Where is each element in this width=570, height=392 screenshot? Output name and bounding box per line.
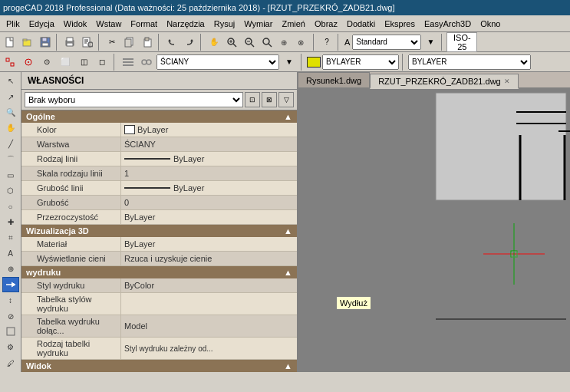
canvas-area[interactable]: Wydłuż bbox=[298, 89, 570, 372]
panel-title: WŁASNOŚCI bbox=[21, 72, 297, 90]
sep2 bbox=[98, 34, 101, 51]
prop-value-tabelka bbox=[121, 293, 297, 315]
sep8 bbox=[114, 54, 117, 71]
tool15[interactable]: 🖊 bbox=[2, 356, 19, 371]
section-wydruku[interactable]: wydruku ▲ bbox=[21, 266, 297, 278]
tool4[interactable]: ⬡ bbox=[2, 183, 19, 198]
pan-button[interactable]: ✋ bbox=[206, 34, 222, 51]
menu-zmien[interactable]: Zmień bbox=[277, 18, 310, 30]
paste-button[interactable] bbox=[139, 34, 156, 51]
prop-value-material: ByLayer bbox=[121, 237, 297, 251]
menu-ekspres[interactable]: Ekspres bbox=[380, 18, 420, 30]
layer-select[interactable]: ŚCIANY bbox=[157, 54, 279, 70]
tool1[interactable]: ╱ bbox=[2, 137, 19, 151]
menu-plik[interactable]: Plik bbox=[2, 18, 25, 30]
tool6[interactable]: ✚ bbox=[2, 215, 19, 229]
menu-dodatki[interactable]: Dodatki bbox=[342, 18, 380, 30]
menu-wstaw[interactable]: Wstaw bbox=[91, 18, 126, 30]
snap-btn2[interactable] bbox=[20, 54, 37, 71]
text-style-btn[interactable]: ▼ bbox=[422, 34, 439, 51]
tool14[interactable]: ⚙ bbox=[2, 340, 19, 354]
print-button[interactable] bbox=[61, 34, 78, 51]
sep10 bbox=[402, 54, 405, 71]
prop-row-tabelka: Tabelka stylów wydruku bbox=[21, 293, 297, 315]
undo-button[interactable] bbox=[163, 34, 180, 51]
menu-rysuj[interactable]: Rysuj bbox=[209, 18, 240, 30]
tool3[interactable]: ▭ bbox=[2, 168, 19, 183]
tool7[interactable]: ⌗ bbox=[2, 230, 19, 245]
snap-btn5[interactable]: ◫ bbox=[75, 54, 92, 71]
tool5[interactable]: ○ bbox=[2, 199, 19, 213]
selector-btn3[interactable]: ▽ bbox=[278, 92, 294, 107]
layer-manager-btn[interactable] bbox=[120, 54, 137, 71]
zoom-prev-button[interactable]: ⊗ bbox=[294, 34, 311, 51]
tab-rysunek1[interactable]: Rysunek1.dwg bbox=[298, 72, 370, 87]
svg-rect-7 bbox=[67, 38, 73, 41]
snap-btn3[interactable]: ⊙ bbox=[38, 54, 55, 71]
tool12[interactable]: ⊘ bbox=[2, 308, 19, 323]
menu-narzedzia[interactable]: Narzędzia bbox=[162, 18, 209, 30]
section-ogolne[interactable]: Ogólne ▲ bbox=[21, 110, 297, 123]
extend-btn[interactable] bbox=[2, 277, 19, 292]
snap-btn1[interactable] bbox=[2, 54, 18, 71]
select2-btn[interactable]: ↗ bbox=[2, 89, 19, 104]
section-wizualizacja[interactable]: Wizualizacja 3D ▲ bbox=[21, 225, 297, 237]
object-selector[interactable]: Brak wyboru bbox=[25, 92, 243, 107]
snap-btn6[interactable]: ◻ bbox=[94, 54, 110, 71]
prop-value-tabelkadolac: Model bbox=[121, 315, 297, 337]
preview-button[interactable] bbox=[79, 34, 96, 51]
menu-edycja[interactable]: Edycja bbox=[25, 18, 59, 30]
prop-row-grubosclinii: Grubość linii ByLayer bbox=[21, 181, 297, 196]
zoom-extents-button[interactable] bbox=[259, 34, 275, 51]
section-widok[interactable]: Widok ▲ bbox=[21, 360, 297, 372]
prop-label-przezroczystosc: Przezroczystość bbox=[21, 210, 121, 224]
text-style-select[interactable]: Standard bbox=[352, 35, 421, 50]
copy-button[interactable] bbox=[121, 34, 138, 51]
zoom-window-button[interactable] bbox=[223, 34, 240, 51]
tab-close-icon[interactable]: ✕ bbox=[504, 77, 510, 85]
svg-rect-8 bbox=[67, 43, 73, 46]
help-button[interactable]: ? bbox=[318, 34, 335, 51]
svg-rect-40 bbox=[7, 328, 15, 335]
save-button[interactable] bbox=[37, 34, 54, 51]
sep4 bbox=[200, 34, 203, 51]
color-select[interactable]: BYLAYER bbox=[322, 54, 399, 70]
svg-rect-34 bbox=[123, 58, 133, 60]
tool9[interactable]: ⊕ bbox=[2, 262, 19, 276]
open-button[interactable] bbox=[19, 34, 36, 51]
menu-okno[interactable]: Okno bbox=[476, 18, 505, 30]
tool11[interactable]: ↕ bbox=[2, 293, 19, 308]
tool13[interactable] bbox=[2, 324, 19, 339]
pan-left-btn[interactable]: ✋ bbox=[2, 120, 19, 135]
menu-easyarch3d[interactable]: EasyArch3D bbox=[420, 18, 476, 30]
layer-dropdown-btn[interactable]: ▼ bbox=[281, 54, 298, 71]
new-button[interactable] bbox=[2, 34, 18, 51]
tab-rzut[interactable]: RZUT_PRZEKRÓ_ZADB21.dwg ✕ bbox=[370, 74, 519, 89]
menu-wymiar[interactable]: Wymiar bbox=[239, 18, 277, 30]
zoom-all-button[interactable]: ⊕ bbox=[276, 34, 293, 51]
prop-label-tabelka: Tabelka stylów wydruku bbox=[21, 293, 121, 315]
redo-button[interactable] bbox=[181, 34, 198, 51]
snap-btn4[interactable]: ⬜ bbox=[57, 54, 74, 71]
left-toolbar: ↖ ↗ 🔍 ✋ ╱ ⌒ ▭ ⬡ ○ ✚ ⌗ A ⊕ ↕ ⊘ ⚙ 🖊 bbox=[0, 72, 21, 372]
prop-label-stylwydruku: Styl wydruku bbox=[21, 278, 121, 292]
prop-label-grubosc: Grubość bbox=[21, 196, 121, 209]
sep1 bbox=[56, 34, 59, 51]
selector-btn2[interactable]: ⊠ bbox=[262, 92, 277, 107]
select-btn[interactable]: ↖ bbox=[2, 74, 19, 88]
prop-row-grubosc: Grubość 0 bbox=[21, 196, 297, 210]
svg-rect-5 bbox=[42, 43, 48, 46]
zoom-left-btn[interactable]: 🔍 bbox=[2, 105, 19, 120]
menu-widok[interactable]: Widok bbox=[59, 18, 92, 30]
zoom-out-button[interactable] bbox=[241, 34, 258, 51]
menu-obraz[interactable]: Obraz bbox=[310, 18, 342, 30]
prop-value-skala: 1 bbox=[121, 166, 297, 180]
selector-btn1[interactable]: ⊡ bbox=[245, 92, 260, 107]
tool8[interactable]: A bbox=[2, 246, 19, 261]
cut-button[interactable]: ✂ bbox=[104, 34, 120, 51]
prop-value-przezroczystosc: ByLayer bbox=[121, 210, 297, 224]
menu-format[interactable]: Format bbox=[126, 18, 162, 30]
tool2[interactable]: ⌒ bbox=[2, 152, 19, 166]
layer-properties-btn[interactable] bbox=[138, 54, 155, 71]
linetype-select[interactable]: BYLAYER bbox=[408, 54, 531, 70]
